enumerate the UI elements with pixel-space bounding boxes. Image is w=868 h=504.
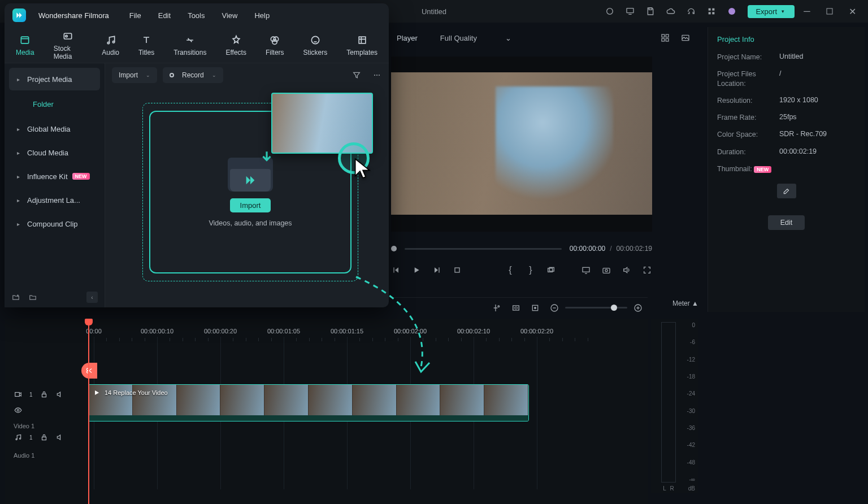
import-button[interactable]: Import (230, 198, 271, 212)
svg-rect-36 (42, 394, 46, 397)
media-panel-modal: Wondershare Filmora FileEditToolsViewHel… (5, 3, 389, 307)
zoom-control[interactable] (549, 303, 643, 313)
ruler-tick: 00:00:01:15 (331, 328, 363, 334)
svg-point-53 (379, 75, 380, 76)
audio-track-label: Audio 1 (14, 452, 79, 459)
eye-icon[interactable] (14, 406, 23, 415)
menu-edit[interactable]: Edit (158, 11, 171, 20)
zoom-out-icon[interactable] (549, 303, 559, 313)
minimize-button[interactable]: ─ (797, 3, 817, 19)
menu-view[interactable]: View (222, 11, 237, 20)
thumbnail-edit-icon[interactable] (777, 184, 796, 198)
player-tab[interactable]: Player (397, 34, 418, 42)
play-icon[interactable] (411, 265, 422, 275)
cut-point-badge[interactable] (81, 363, 97, 379)
quality-dropdown[interactable]: Full Quality⌄ (440, 34, 511, 42)
export-button[interactable]: Export▾ (748, 5, 795, 18)
mark-in-icon[interactable]: { (505, 265, 515, 275)
maximize-button[interactable] (819, 3, 840, 19)
video-clip[interactable]: 14 Replace Your Video (88, 384, 529, 422)
project-info-title: Project Info (717, 35, 856, 44)
svg-rect-12 (666, 38, 669, 41)
sidebar-item-global-media[interactable]: ▸Global Media (9, 118, 100, 140)
menu-tools[interactable]: Tools (188, 11, 205, 20)
grid-view-icon[interactable] (660, 33, 670, 43)
media-drop-area[interactable]: Import⌄ Record⌄ Import Videos, audio, an… (105, 63, 389, 307)
window-title: Untitled (422, 7, 446, 16)
display-icon[interactable] (581, 265, 591, 275)
dropzone-hint: Videos, audio, and images (209, 219, 292, 227)
new-folder-icon[interactable] (11, 293, 20, 302)
tab-transitions[interactable]: Transitions (169, 32, 211, 59)
tab-stock[interactable]: Stock Media (49, 28, 88, 63)
tab-effects[interactable]: Effects (221, 32, 250, 59)
step-forward-icon[interactable] (432, 265, 442, 275)
svg-rect-4 (713, 8, 715, 11)
meter-label[interactable]: Meter ▲ (672, 299, 698, 307)
timeline[interactable]: 00:0000:00:00:1000:00:00:2000:00:01:0500… (5, 319, 648, 504)
sidebar-item-influence-kit[interactable]: ▸Influence KitNEW (9, 165, 100, 188)
close-button[interactable]: ✕ (842, 3, 862, 19)
effects-icon (231, 34, 242, 46)
fullscreen-icon[interactable] (642, 265, 652, 275)
playhead[interactable] (88, 319, 89, 504)
apps-icon[interactable] (705, 5, 718, 18)
sidebar-item-project-media[interactable]: ▸Project Media (9, 68, 100, 90)
svg-rect-9 (662, 34, 665, 37)
menu-help[interactable]: Help (254, 11, 270, 20)
tab-media[interactable]: Media (11, 32, 39, 59)
tab-filters[interactable]: Filters (261, 32, 289, 59)
import-dropdown[interactable]: Import⌄ (112, 67, 157, 83)
audio-mixer-icon[interactable] (492, 303, 502, 313)
time-current: 00:00:00:00 (570, 245, 605, 253)
mark-out-icon[interactable]: } (526, 265, 536, 275)
scrub-knob[interactable] (391, 246, 397, 251)
image-view-icon[interactable] (680, 33, 691, 43)
overlay-icon[interactable] (546, 265, 556, 275)
sidebar-item-cloud-media[interactable]: ▸Cloud Media (9, 141, 100, 164)
headset-icon[interactable] (684, 5, 698, 18)
sidebar-item-compound-clip[interactable]: ▸Compound Clip (9, 212, 100, 235)
edit-project-button[interactable]: Edit (768, 215, 805, 230)
audio-track-icon (14, 433, 23, 442)
filter-icon[interactable] (351, 70, 362, 80)
avatar[interactable] (725, 5, 739, 18)
svg-rect-14 (393, 267, 394, 272)
tab-templates[interactable]: Templates (342, 32, 382, 59)
svg-rect-8 (827, 8, 832, 14)
snapshot-icon[interactable] (601, 265, 611, 275)
svg-rect-50 (359, 37, 366, 44)
tab-titles[interactable]: Titles (134, 32, 159, 59)
marker-icon[interactable] (530, 303, 540, 313)
menu-file[interactable]: File (129, 11, 141, 20)
stop-icon[interactable] (452, 265, 462, 275)
ruler-tick: 00:00:02:10 (457, 328, 490, 334)
mute-icon[interactable] (55, 433, 64, 442)
more-icon[interactable] (372, 70, 382, 80)
scrub-track[interactable] (405, 248, 562, 250)
monitor-icon[interactable] (623, 5, 637, 18)
save-icon[interactable] (644, 5, 657, 18)
transitions-icon (184, 34, 196, 46)
svg-rect-40 (42, 437, 46, 440)
lock-icon[interactable] (40, 390, 49, 399)
tab-audio[interactable]: Audio (97, 32, 124, 59)
collapse-sidebar-icon[interactable]: ‹ (86, 292, 98, 303)
time-ruler[interactable]: 00:0000:00:00:1000:00:00:2000:00:01:0500… (88, 319, 648, 342)
cloud-icon[interactable] (664, 5, 678, 18)
video-track-header: 1 Video 1 (9, 390, 84, 418)
zoom-in-icon[interactable] (633, 303, 643, 313)
svg-rect-16 (455, 268, 459, 272)
volume-icon[interactable] (622, 265, 632, 275)
lock-icon[interactable] (40, 433, 49, 442)
adjust-icon[interactable] (511, 303, 521, 313)
mute-icon[interactable] (55, 390, 64, 399)
preview-player[interactable] (391, 57, 652, 232)
record-dropdown[interactable]: Record⌄ (163, 67, 223, 83)
templates-icon (357, 34, 368, 46)
step-back-icon[interactable] (391, 265, 401, 275)
sidebar-item-adjustment-la-[interactable]: ▸Adjustment La... (9, 189, 100, 211)
sidebar-item-folder[interactable]: Folder (9, 93, 100, 115)
tab-stickers[interactable]: Stickers (299, 32, 332, 59)
folder-icon[interactable] (28, 293, 37, 302)
